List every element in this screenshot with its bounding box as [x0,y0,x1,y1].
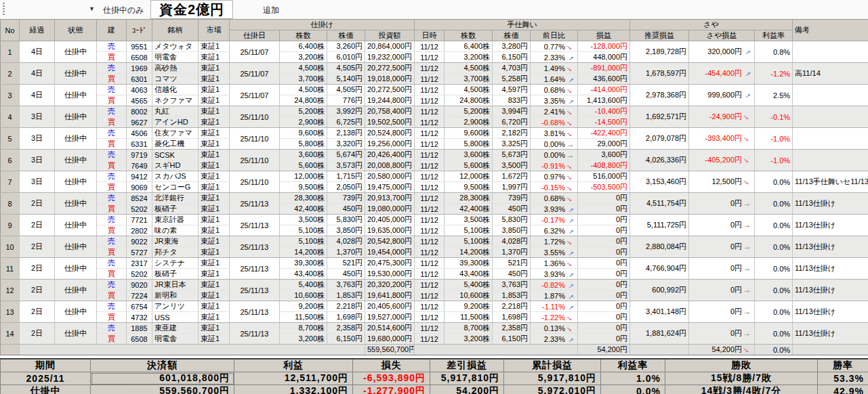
cell-stock-name[interactable]: メタウォタ [152,41,199,52]
cell-entry-shares[interactable]: 3,200株 [280,334,327,345]
cell-day-change[interactable]: 3.81%→ [531,128,578,139]
totals-invest-amount[interactable]: 559,560,700円 [365,345,415,355]
cell-entry-shares[interactable]: 4,500株 [280,63,327,74]
cell-entry-date[interactable]: 25/11/13 [230,258,280,280]
cell-code[interactable]: 6508 [127,52,152,63]
cell-day-change[interactable]: 0.68%→ [531,193,578,204]
cell-market[interactable]: 東証1 [199,41,230,52]
cell-entry-date[interactable]: 25/11/13 [230,236,280,258]
cell-exit-price[interactable]: 450円 [493,269,531,280]
cell-side[interactable]: 売 [97,150,127,160]
cell-saya-pl[interactable]: 0円→ [689,280,755,301]
cell-day-change[interactable]: 1.72%→ [531,236,578,247]
cell-status[interactable]: 仕掛中 [55,236,97,258]
cell-market[interactable]: 東証1 [199,117,230,128]
cell-code[interactable]: 9551 [127,41,152,52]
cell-entry-shares[interactable]: 5,200株 [280,106,327,117]
cell-day-change[interactable]: 1.64%→ [531,74,578,85]
cell-exit-date[interactable]: 11/12 [415,139,445,150]
cell-status[interactable]: 仕掛中 [55,193,97,215]
cell-exit-price[interactable]: 4,028円 [493,236,531,247]
cell-code[interactable]: 6754 [127,301,152,312]
cell-exit-shares[interactable]: 5,800株 [445,139,493,150]
cell-market[interactable]: 東証1 [199,215,230,225]
cell-entry-shares[interactable]: 5,800株 [280,139,327,150]
cell-exit-shares[interactable]: 14,200株 [445,247,493,258]
cell-exit-shares[interactable]: 28,300株 [445,193,493,204]
cell-entry-amount[interactable]: 19,232,000円 [365,52,415,63]
cell-exit-shares[interactable]: 39,300株 [445,258,493,269]
cell-stock-name[interactable]: 味の素 [152,225,199,236]
cell-entry-price[interactable]: 5,674円 [327,150,365,160]
cell-entry-amount[interactable]: 19,680,000円 [365,334,415,345]
cell-saya-pl[interactable]: 0円→ [689,301,755,323]
cell-entry-shares[interactable]: 6,400株 [280,41,327,52]
cell-code[interactable]: 2802 [127,225,152,236]
cell-exit-price[interactable]: 1,672円 [493,171,531,182]
cell-entry-price[interactable]: 5,140円 [327,74,365,85]
cell-stock-name[interactable]: 新明和 [152,290,199,301]
cell-stock-name[interactable]: コマツ [152,74,199,85]
cell-side[interactable]: 買 [97,117,127,128]
cell-note[interactable]: 高11/14 [793,63,868,85]
cell-code[interactable]: 7224 [127,290,152,301]
cell-recommended-pl[interactable]: 4,026,336円 [630,150,689,171]
cell-code[interactable]: 9020 [127,280,152,290]
cell-entry-shares[interactable]: 39,300株 [280,258,327,269]
cell-entry-price[interactable]: 4,505円 [327,85,365,95]
cell-elapsed-days[interactable]: 2日 [20,280,55,301]
cell-code[interactable]: 1969 [127,63,152,74]
col-header-exit-price[interactable]: 株価 [493,30,531,41]
cell-exit-shares[interactable]: 24,800株 [445,95,493,106]
row-number[interactable]: 6 [1,150,20,171]
cell-entry-price[interactable]: 6,150円 [327,334,365,345]
cell-entry-price[interactable]: 3,992円 [327,106,365,117]
summary-profit[interactable]: 12,511,700円 [234,372,353,385]
col-header-profit-rate[interactable]: 利益率 [755,30,793,41]
cell-entry-amount[interactable]: 19,527,000円 [365,312,415,323]
cell-recommended-pl[interactable]: 3,401,148円 [630,301,689,323]
cell-entry-price[interactable]: 1,370円 [327,247,365,258]
cell-exit-pl[interactable]: -414,000円 [578,85,630,95]
cell-saya-pl[interactable]: 12,500円→ [689,171,755,193]
col-header-code[interactable]: ｺｰﾄﾞ [127,20,152,41]
cell-elapsed-days[interactable]: 2日 [20,301,55,323]
cell-saya-pl[interactable]: 320,000円→ [689,41,755,63]
cell-market[interactable]: 東証1 [199,269,230,280]
cell-exit-price[interactable]: 2,218円 [493,301,531,312]
cell-note[interactable]: 11/13仕掛け [793,280,868,301]
cell-stock-name[interactable]: 住友ファマ [152,128,199,139]
cell-stock-name[interactable]: 高砂熱 [152,63,199,74]
cell-exit-price[interactable]: 2,182円 [493,128,531,139]
cell-elapsed-days[interactable]: 3日 [20,128,55,150]
cell-exit-shares[interactable]: 5,600株 [445,160,493,171]
cell-entry-shares[interactable]: 5,100株 [280,236,327,247]
cell-code[interactable]: 9627 [127,117,152,128]
cell-entry-price[interactable]: 4,505円 [327,63,365,74]
cell-status[interactable]: 仕掛中 [55,150,97,171]
cell-entry-amount[interactable]: 20,580,000円 [365,171,415,182]
cell-entry-price[interactable]: 1,698円 [327,312,365,323]
cell-elapsed-days[interactable]: 2日 [20,323,55,345]
cell-stock-name[interactable]: 北洋銀行 [152,193,199,204]
cell-exit-date[interactable]: 11/12 [415,193,445,204]
cell-day-change[interactable]: 1.49%→ [531,63,578,74]
cell-market[interactable]: 東証1 [199,258,230,269]
cell-exit-shares[interactable]: 43,400株 [445,269,493,280]
summary-profit[interactable]: 1,332,100円 [234,385,353,394]
row-number[interactable]: 3 [1,85,20,106]
cell-exit-pl[interactable]: -422,400円 [578,128,630,139]
cell-profit-rate[interactable]: 0.0% [755,171,793,193]
cell-status[interactable]: 仕掛中 [55,106,97,128]
cell-code[interactable]: 6508 [127,334,152,345]
cell-recommended-pl[interactable]: 2,978,368円 [630,85,689,106]
cell-saya-pl[interactable]: 999,600円→ [689,85,755,106]
summary-profit-rate[interactable]: 0.0% [601,385,665,394]
cell-entry-price[interactable]: 1,715円 [327,171,365,182]
cell-entry-amount[interactable]: 20,913,700円 [365,193,415,204]
cell-stock-name[interactable]: ネクファマ [152,95,199,106]
cell-entry-shares[interactable]: 28,300株 [280,193,327,204]
cell-day-change[interactable]: 1.36%→ [531,258,578,269]
cell-status[interactable]: 仕掛中 [55,215,97,236]
cell-side[interactable]: 売 [97,128,127,139]
